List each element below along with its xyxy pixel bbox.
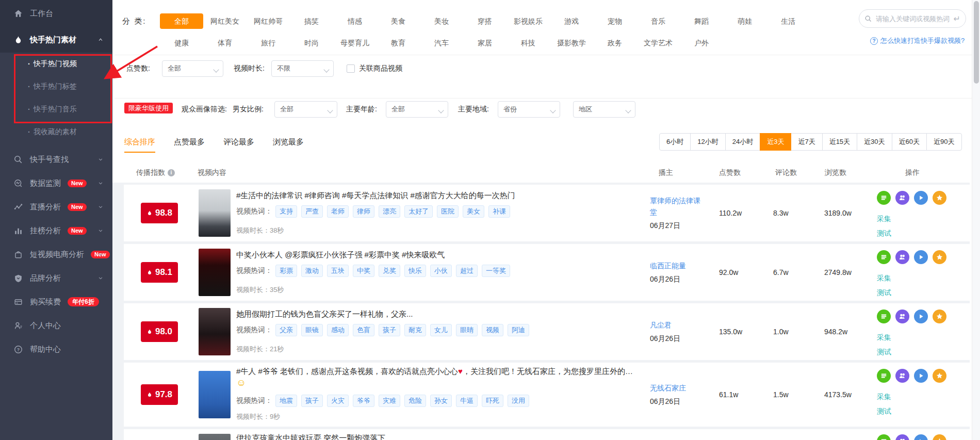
hotword-tag[interactable]: 火灾	[327, 395, 349, 407]
favorite-star-button[interactable]	[933, 434, 946, 440]
hotword-tag[interactable]: 灾难	[379, 395, 400, 407]
audience-button[interactable]	[895, 250, 909, 264]
hotword-tag[interactable]: 阿迪	[508, 324, 529, 336]
hotword-tag[interactable]: 补课	[488, 205, 510, 218]
detail-list-button[interactable]	[877, 191, 891, 205]
hotword-tag[interactable]: 中奖	[353, 265, 374, 277]
category-item[interactable]: 宠物	[593, 13, 636, 29]
hotword-tag[interactable]: 支持	[275, 205, 297, 218]
hotword-tag[interactable]: 危险	[404, 395, 426, 407]
hotword-tag[interactable]: 彩票	[275, 265, 297, 277]
category-item[interactable]: 母婴育儿	[333, 35, 377, 51]
likes-filter-select[interactable]: 全部	[162, 60, 223, 77]
play-button[interactable]	[914, 191, 928, 205]
favorite-star-button[interactable]	[933, 369, 946, 383]
audience-button[interactable]	[895, 369, 909, 383]
sidebar-item-purchase[interactable]: 购买续费 年付6折	[0, 290, 112, 314]
test-link[interactable]: 测试	[877, 288, 891, 298]
time-range-button[interactable]: 近30天	[857, 133, 892, 151]
hotword-tag[interactable]: 爷爷	[353, 395, 374, 407]
play-button[interactable]	[914, 250, 928, 264]
favorite-star-button[interactable]	[933, 309, 946, 323]
category-item[interactable]: 音乐	[636, 13, 680, 29]
province-select[interactable]: 省份	[498, 101, 560, 118]
hotword-tag[interactable]: 父亲	[275, 324, 297, 336]
audience-button[interactable]	[895, 309, 909, 323]
sidebar-item-hot-material[interactable]: 快手热门素材	[0, 27, 112, 53]
hotword-tag[interactable]: 孙女	[430, 395, 452, 407]
page-scrollbar[interactable]	[972, 0, 980, 440]
hotword-tag[interactable]: 女儿	[430, 324, 452, 336]
category-item[interactable]: 体育	[203, 35, 247, 51]
sort-tab[interactable]: 评论最多	[223, 137, 254, 153]
collect-link[interactable]: 采集	[877, 333, 891, 343]
category-item[interactable]: 穿搭	[463, 13, 507, 29]
sidebar-item-brand-analysis[interactable]: 品牌分析	[0, 266, 112, 290]
sidebar-item-personal-center[interactable]: 个人中心	[0, 314, 112, 337]
author-link[interactable]: 凡尘君	[650, 320, 707, 331]
video-thumbnail[interactable]	[199, 434, 231, 440]
hotword-tag[interactable]: 小伙	[430, 265, 452, 277]
sort-tab[interactable]: 综合排序	[124, 137, 155, 153]
category-item[interactable]: 生活	[766, 13, 810, 29]
hotword-tag[interactable]: 视频	[482, 324, 503, 336]
play-button[interactable]	[914, 309, 928, 323]
video-thumbnail[interactable]	[199, 371, 231, 418]
time-range-button[interactable]: 近15天	[822, 133, 857, 151]
sidebar-item-rank-analysis[interactable]: 挂榜分析 New	[0, 219, 112, 242]
category-item[interactable]: 搞笑	[290, 13, 333, 29]
help-link[interactable]: ? 怎么快速打造快手爆款视频?	[870, 36, 965, 45]
test-link[interactable]: 测试	[877, 229, 891, 238]
hotword-tag[interactable]: 眼睛	[456, 324, 478, 336]
sidebar-item-live-analysis[interactable]: 直播分析 New	[0, 195, 112, 219]
hotword-tag[interactable]: 没用	[508, 395, 529, 407]
sidebar-item-workbench[interactable]: 工作台	[0, 0, 112, 27]
time-range-button[interactable]: 6小时	[659, 133, 691, 151]
category-item[interactable]: 萌娃	[723, 13, 766, 29]
hotword-tag[interactable]: 太好了	[404, 205, 433, 218]
hotword-tag[interactable]: 漂亮	[379, 205, 400, 218]
category-item[interactable]: 全部	[160, 13, 203, 29]
audience-button[interactable]	[895, 191, 909, 205]
category-item[interactable]: 汽车	[420, 35, 463, 51]
play-button[interactable]	[914, 369, 928, 383]
category-item[interactable]: 科技	[507, 35, 550, 51]
video-thumbnail[interactable]	[199, 189, 231, 237]
hotword-tag[interactable]: 吓死	[482, 395, 503, 407]
category-item[interactable]: 文学艺术	[636, 35, 680, 51]
category-item[interactable]: 美妆	[420, 13, 463, 29]
detail-list-button[interactable]	[877, 309, 891, 323]
info-icon[interactable]: i	[168, 169, 175, 176]
video-thumbnail[interactable]	[199, 308, 231, 355]
author-link[interactable]: 临西正能量	[650, 260, 707, 272]
hotword-tag[interactable]: 色盲	[353, 324, 374, 336]
hotword-tag[interactable]: 超过	[456, 265, 478, 277]
collect-link[interactable]: 采集	[877, 393, 891, 402]
time-range-button[interactable]: 近3天	[760, 133, 791, 151]
category-item[interactable]: 健康	[160, 35, 203, 51]
category-item[interactable]: 情感	[333, 13, 377, 29]
hotword-tag[interactable]: 感动	[327, 324, 349, 336]
hotword-tag[interactable]: 地震	[275, 395, 297, 407]
hotword-tag[interactable]: 兑奖	[379, 265, 400, 277]
category-item[interactable]: 游戏	[550, 13, 593, 29]
scrollbar-thumb[interactable]	[974, 1, 979, 84]
hotword-tag[interactable]: 五块	[327, 265, 349, 277]
hotword-tag[interactable]: 律师	[353, 205, 374, 218]
video-title[interactable]: 她用假期打工的钱为色盲父亲买了一样礼物，父亲...	[236, 309, 413, 319]
search-input[interactable]	[876, 15, 950, 23]
category-item[interactable]: 教育	[377, 35, 420, 51]
play-button[interactable]	[914, 434, 928, 440]
hotword-tag[interactable]: 孩子	[301, 395, 323, 407]
author-link[interactable]: 覃律师的法律课堂	[650, 195, 707, 218]
hotword-tag[interactable]: 一等奖	[482, 265, 510, 277]
sidebar-item-my-favorites[interactable]: 我收藏的素材	[0, 121, 112, 143]
category-item[interactable]: 网红美女	[203, 13, 247, 29]
sort-tab[interactable]: 点赞最多	[174, 137, 205, 153]
author-link[interactable]: 无线石家庄	[650, 383, 707, 394]
detail-list-button[interactable]	[877, 434, 891, 440]
video-title[interactable]: #牛人 #爷爷 老铁们，感谢点开这条视频，喜欢的话就点亮小心心♥，关注我们吧！无…	[236, 367, 639, 377]
hotword-tag[interactable]: 激动	[301, 265, 323, 277]
video-title[interactable]: #生活中的法律常识 #律师咨询 #每天学点法律知识 #感谢官方大大给的每一次热门	[236, 191, 515, 201]
hotword-tag[interactable]: 耐克	[404, 324, 426, 336]
